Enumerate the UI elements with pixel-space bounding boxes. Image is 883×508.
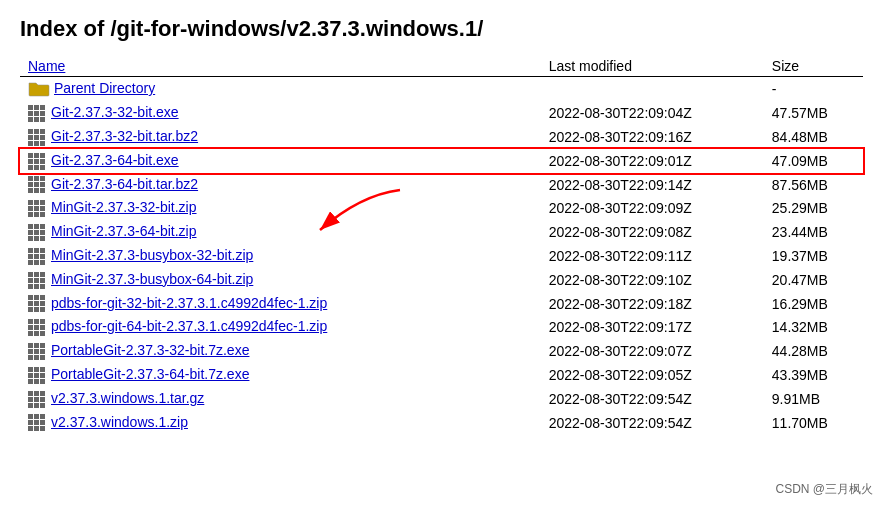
file-modified: 2022-08-30T22:09:01Z (541, 149, 764, 173)
parent-folder-icon (28, 80, 50, 98)
file-modified: 2022-08-30T22:09:54Z (541, 411, 764, 435)
file-name-cell: Git-2.37.3-32-bit.tar.bz2 (20, 125, 541, 149)
table-row: PortableGit-2.37.3-64-bit.7z.exe2022-08-… (20, 363, 863, 387)
file-size: 47.09MB (764, 149, 863, 173)
table-row: Git-2.37.3-64-bit.exe2022-08-30T22:09:01… (20, 149, 863, 173)
file-icon (28, 414, 45, 431)
file-link[interactable]: MinGit-2.37.3-busybox-32-bit.zip (51, 247, 253, 263)
file-name-cell: MinGit-2.37.3-32-bit.zip (20, 196, 541, 220)
file-name-cell: MinGit-2.37.3-busybox-64-bit.zip (20, 268, 541, 292)
file-link[interactable]: Git-2.37.3-32-bit.tar.bz2 (51, 128, 198, 144)
file-name-cell: Git-2.37.3-32-bit.exe (20, 101, 541, 125)
file-icon (28, 391, 45, 408)
name-sort-link[interactable]: Name (28, 58, 65, 74)
file-modified: 2022-08-30T22:09:11Z (541, 244, 764, 268)
file-link[interactable]: PortableGit-2.37.3-64-bit.7z.exe (51, 366, 249, 382)
file-modified: 2022-08-30T22:09:54Z (541, 387, 764, 411)
file-icon (28, 176, 45, 193)
file-modified: 2022-08-30T22:09:04Z (541, 101, 764, 125)
file-link[interactable]: MinGit-2.37.3-32-bit.zip (51, 199, 197, 215)
file-link[interactable]: v2.37.3.windows.1.tar.gz (51, 390, 204, 406)
file-icon (28, 319, 45, 336)
parent-directory-link[interactable]: Parent Directory (54, 80, 155, 96)
file-size: 9.91MB (764, 387, 863, 411)
file-name-cell: MinGit-2.37.3-busybox-32-bit.zip (20, 244, 541, 268)
table-row: MinGit-2.37.3-busybox-32-bit.zip2022-08-… (20, 244, 863, 268)
file-link[interactable]: PortableGit-2.37.3-32-bit.7z.exe (51, 342, 249, 358)
file-listing-table: Name Last modified Size Parent Directory… (20, 56, 863, 434)
file-link[interactable]: Git-2.37.3-64-bit.tar.bz2 (51, 176, 198, 192)
file-link[interactable]: MinGit-2.37.3-busybox-64-bit.zip (51, 271, 253, 287)
parent-modified (541, 77, 764, 102)
file-name-cell: PortableGit-2.37.3-64-bit.7z.exe (20, 363, 541, 387)
watermark-text: CSDN @三月枫火 (775, 481, 873, 498)
file-icon (28, 343, 45, 360)
file-link[interactable]: pdbs-for-git-64-bit-2.37.3.1.c4992d4fec-… (51, 318, 327, 334)
col-header-modified: Last modified (541, 56, 764, 77)
table-row: v2.37.3.windows.1.tar.gz2022-08-30T22:09… (20, 387, 863, 411)
table-row: MinGit-2.37.3-busybox-64-bit.zip2022-08-… (20, 268, 863, 292)
file-icon (28, 200, 45, 217)
file-icon (28, 367, 45, 384)
file-modified: 2022-08-30T22:09:07Z (541, 339, 764, 363)
file-size: 16.29MB (764, 292, 863, 316)
col-header-name: Name (20, 56, 541, 77)
file-size: 25.29MB (764, 196, 863, 220)
file-name-cell: pdbs-for-git-32-bit-2.37.3.1.c4992d4fec-… (20, 292, 541, 316)
file-size: 84.48MB (764, 125, 863, 149)
file-name-cell: pdbs-for-git-64-bit-2.37.3.1.c4992d4fec-… (20, 315, 541, 339)
col-header-size: Size (764, 56, 863, 77)
table-row: Git-2.37.3-32-bit.exe2022-08-30T22:09:04… (20, 101, 863, 125)
file-link[interactable]: v2.37.3.windows.1.zip (51, 414, 188, 430)
file-name-cell: MinGit-2.37.3-64-bit.zip (20, 220, 541, 244)
parent-directory-row: Parent Directory- (20, 77, 863, 102)
file-icon (28, 295, 45, 312)
table-row: pdbs-for-git-64-bit-2.37.3.1.c4992d4fec-… (20, 315, 863, 339)
table-row: MinGit-2.37.3-32-bit.zip2022-08-30T22:09… (20, 196, 863, 220)
file-icon (28, 105, 45, 122)
file-modified: 2022-08-30T22:09:14Z (541, 173, 764, 197)
file-link[interactable]: pdbs-for-git-32-bit-2.37.3.1.c4992d4fec-… (51, 295, 327, 311)
page-title: Index of /git-for-windows/v2.37.3.window… (20, 16, 863, 42)
file-icon (28, 129, 45, 146)
file-link[interactable]: Git-2.37.3-32-bit.exe (51, 104, 179, 120)
file-size: 47.57MB (764, 101, 863, 125)
table-row: v2.37.3.windows.1.zip2022-08-30T22:09:54… (20, 411, 863, 435)
file-name-cell: v2.37.3.windows.1.tar.gz (20, 387, 541, 411)
file-size: 11.70MB (764, 411, 863, 435)
file-icon (28, 248, 45, 265)
file-icon (28, 272, 45, 289)
file-size: 20.47MB (764, 268, 863, 292)
file-link[interactable]: Git-2.37.3-64-bit.exe (51, 152, 179, 168)
table-row: Git-2.37.3-64-bit.tar.bz22022-08-30T22:0… (20, 173, 863, 197)
file-modified: 2022-08-30T22:09:09Z (541, 196, 764, 220)
file-modified: 2022-08-30T22:09:10Z (541, 268, 764, 292)
file-size: 23.44MB (764, 220, 863, 244)
file-modified: 2022-08-30T22:09:08Z (541, 220, 764, 244)
file-size: 44.28MB (764, 339, 863, 363)
table-row: PortableGit-2.37.3-32-bit.7z.exe2022-08-… (20, 339, 863, 363)
table-row: Git-2.37.3-32-bit.tar.bz22022-08-30T22:0… (20, 125, 863, 149)
file-modified: 2022-08-30T22:09:18Z (541, 292, 764, 316)
table-row: pdbs-for-git-32-bit-2.37.3.1.c4992d4fec-… (20, 292, 863, 316)
file-modified: 2022-08-30T22:09:16Z (541, 125, 764, 149)
file-icon (28, 153, 45, 170)
file-icon (28, 224, 45, 241)
file-link[interactable]: MinGit-2.37.3-64-bit.zip (51, 223, 197, 239)
file-size: 87.56MB (764, 173, 863, 197)
file-name-cell: v2.37.3.windows.1.zip (20, 411, 541, 435)
file-size: 19.37MB (764, 244, 863, 268)
file-name-cell: Git-2.37.3-64-bit.tar.bz2 (20, 173, 541, 197)
file-name-cell: Git-2.37.3-64-bit.exe (20, 149, 541, 173)
table-row: MinGit-2.37.3-64-bit.zip2022-08-30T22:09… (20, 220, 863, 244)
file-size: 14.32MB (764, 315, 863, 339)
table-header-row: Name Last modified Size (20, 56, 863, 77)
file-name-cell: PortableGit-2.37.3-32-bit.7z.exe (20, 339, 541, 363)
file-size: 43.39MB (764, 363, 863, 387)
file-modified: 2022-08-30T22:09:17Z (541, 315, 764, 339)
file-modified: 2022-08-30T22:09:05Z (541, 363, 764, 387)
parent-size: - (764, 77, 863, 102)
